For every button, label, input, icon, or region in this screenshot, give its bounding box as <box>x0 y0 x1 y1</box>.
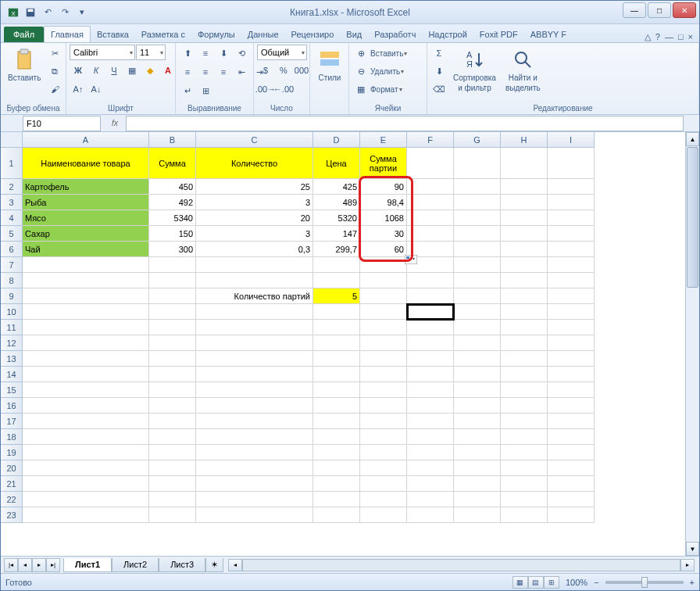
scroll-up-button[interactable]: ▲ <box>686 132 699 146</box>
cell-C7[interactable] <box>196 257 313 273</box>
cell-B7[interactable] <box>149 257 196 273</box>
align-middle-icon[interactable]: ≡ <box>197 45 214 62</box>
cell-G6[interactable] <box>454 242 501 257</box>
cell-H3[interactable] <box>501 195 548 210</box>
cell-C6[interactable]: 0,3 <box>196 242 313 257</box>
cell-A2[interactable]: Картофель <box>23 179 149 195</box>
row-header-14[interactable]: 14 <box>1 367 23 382</box>
cell-C4[interactable]: 20 <box>196 210 313 226</box>
ribbon-window-close-icon[interactable]: × <box>688 32 693 42</box>
tab-foxit[interactable]: Foxit PDF <box>473 27 524 42</box>
cell-D6[interactable]: 299,7 <box>313 242 360 257</box>
cell-I4[interactable] <box>548 210 595 226</box>
cell-B9[interactable] <box>149 288 196 304</box>
clear-icon[interactable]: ⌫ <box>430 81 448 98</box>
cell-I9[interactable] <box>548 288 595 304</box>
cell-H10[interactable] <box>501 304 548 320</box>
cell-B3[interactable]: 492 <box>149 195 196 210</box>
cell-E2[interactable]: 90 <box>360 179 407 195</box>
col-header-A[interactable]: A <box>23 132 149 148</box>
row-header-6[interactable]: 6 <box>1 242 23 257</box>
cell-C9[interactable]: Количество партий <box>196 288 313 304</box>
row-header-15[interactable]: 15 <box>1 382 23 398</box>
cell-C2[interactable]: 25 <box>196 179 313 195</box>
new-sheet-button[interactable]: ✶ <box>205 558 223 572</box>
cell-E10[interactable] <box>360 304 407 320</box>
percent-icon[interactable]: % <box>275 62 292 79</box>
cell-A9[interactable] <box>23 288 149 304</box>
styles-button[interactable]: Стили <box>313 45 346 84</box>
ribbon-window-min-icon[interactable]: — <box>665 32 673 42</box>
sheet-nav-first[interactable]: |◂ <box>4 558 18 572</box>
cell-H7[interactable] <box>501 257 548 273</box>
currency-icon[interactable]: $ <box>257 62 274 79</box>
cell-D2[interactable]: 425 <box>313 179 360 195</box>
format-cells-icon[interactable]: ▦ <box>352 81 370 98</box>
cell-A6[interactable]: Чай <box>23 242 149 257</box>
sheet-tab-2[interactable]: Лист2 <box>112 558 159 572</box>
cell-D8[interactable] <box>313 273 360 288</box>
cell-B6[interactable]: 300 <box>149 242 196 257</box>
zoom-out-button[interactable]: − <box>594 578 598 587</box>
cell-D1[interactable]: Цена <box>313 148 360 179</box>
row-header-21[interactable]: 21 <box>1 476 23 492</box>
cell-H2[interactable] <box>501 179 548 195</box>
cell-I1[interactable] <box>548 148 595 179</box>
sheet-nav-last[interactable]: ▸| <box>46 558 60 572</box>
cell-G8[interactable] <box>454 273 501 288</box>
align-top-icon[interactable]: ⬆ <box>179 45 196 62</box>
row-header-3[interactable]: 3 <box>1 195 23 210</box>
cell-F9[interactable] <box>407 288 454 304</box>
col-header-H[interactable]: H <box>501 132 548 148</box>
cell-I10[interactable] <box>548 304 595 320</box>
cell-G5[interactable] <box>454 226 501 242</box>
cell-E5[interactable]: 30 <box>360 226 407 242</box>
cell-G1[interactable] <box>454 148 501 179</box>
row-header-23[interactable]: 23 <box>1 507 23 523</box>
cell-A10[interactable] <box>23 304 149 320</box>
cell-F1[interactable] <box>407 148 454 179</box>
tab-home[interactable]: Главная <box>44 26 91 42</box>
horizontal-scrollbar[interactable]: ◂ ▸ <box>228 559 695 571</box>
increase-font-icon[interactable]: A↑ <box>70 81 87 98</box>
cell-D5[interactable]: 147 <box>313 226 360 242</box>
wrap-text-icon[interactable]: ↵ <box>179 82 196 99</box>
tab-layout[interactable]: Разметка с <box>135 27 191 42</box>
scroll-down-button[interactable]: ▼ <box>686 542 699 556</box>
tab-view[interactable]: Вид <box>340 27 368 42</box>
row-header-13[interactable]: 13 <box>1 351 23 367</box>
sort-filter-button[interactable]: АЯ Сортировка и фильтр <box>449 45 500 95</box>
bold-button[interactable]: Ж <box>70 62 87 79</box>
sheet-nav-next[interactable]: ▸ <box>32 558 46 572</box>
tab-insert[interactable]: Вставка <box>91 27 135 42</box>
cell-D3[interactable]: 489 <box>313 195 360 210</box>
copy-icon[interactable]: ⧉ <box>46 63 63 80</box>
tab-data[interactable]: Данные <box>241 27 285 42</box>
row-header-10[interactable]: 10 <box>1 304 23 320</box>
formula-input[interactable] <box>126 116 684 131</box>
sheet-tab-1[interactable]: Лист1 <box>63 558 112 572</box>
insert-cells-icon[interactable]: ⊕ <box>352 45 370 62</box>
cell-B1[interactable]: Сумма <box>149 148 196 179</box>
fill-icon[interactable]: ⬇ <box>430 63 448 80</box>
cell-E7[interactable] <box>360 257 407 273</box>
scroll-left-button[interactable]: ◂ <box>228 559 242 571</box>
col-header-G[interactable]: G <box>454 132 501 148</box>
col-header-F[interactable]: F <box>407 132 454 148</box>
number-format-combo[interactable]: Общий <box>257 45 307 60</box>
cell-C5[interactable]: 3 <box>196 226 313 242</box>
row-header-16[interactable]: 16 <box>1 398 23 414</box>
cell-H1[interactable] <box>501 148 548 179</box>
font-size-combo[interactable]: 11 <box>136 45 166 60</box>
italic-button[interactable]: К <box>88 62 105 79</box>
row-header-17[interactable]: 17 <box>1 414 23 429</box>
delete-cells-icon[interactable]: ⊖ <box>352 63 370 80</box>
zoom-slider[interactable] <box>605 581 684 584</box>
cell-B5[interactable]: 150 <box>149 226 196 242</box>
layout-view-button[interactable]: ▤ <box>528 576 544 589</box>
cell-I8[interactable] <box>548 273 595 288</box>
merge-icon[interactable]: ⊞ <box>197 82 214 99</box>
align-left-icon[interactable]: ≡ <box>179 63 196 81</box>
delete-cells-button[interactable]: Удалить <box>370 67 400 76</box>
row-header-5[interactable]: 5 <box>1 226 23 242</box>
